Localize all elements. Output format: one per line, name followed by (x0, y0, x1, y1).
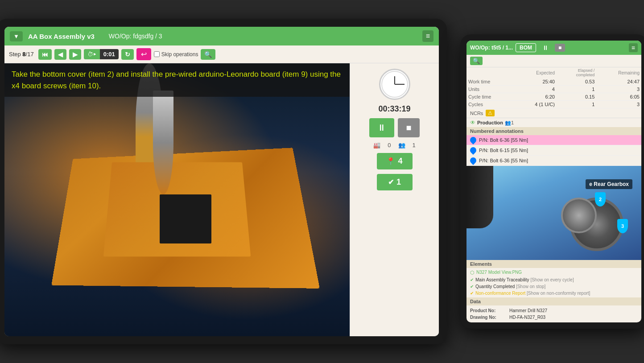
stat-label-cycles: Cycles (466, 101, 514, 108)
stat-elapsed-units: 1 (557, 86, 596, 93)
clock (379, 69, 410, 100)
annotation-label-1: P/N: Bolt 6-15 [55 Nm] (479, 148, 528, 153)
stop-button[interactable]: ■ (398, 118, 419, 137)
element-link-0[interactable]: N327 Model View.PNG (476, 270, 522, 275)
eye-icon: 👁 (470, 120, 475, 126)
prev-step-button[interactable]: ◀ (54, 49, 66, 60)
gear-marker-3: 3 (617, 219, 628, 233)
clock-minute-hand (395, 84, 405, 85)
bom-button[interactable]: BOM (516, 43, 536, 52)
annotation-count: 4 (398, 157, 402, 166)
header-menu-button[interactable]: ≡ (422, 30, 433, 42)
right-header: WO/Op: t5t5 / 1... BOM ⏸ ■ ≡ (466, 41, 641, 55)
stat-elapsed-cycletime: 0.15 (557, 93, 596, 101)
ncr-icon: ⚠ (486, 110, 495, 116)
stat-row-units: Units 4 1 3 (466, 86, 641, 93)
element-text-1: Main Assembly Traceability [Show on ever… (475, 277, 638, 282)
col-elapsed: Elapsed /completed (557, 67, 596, 78)
annotation-item-0[interactable]: P/N: Bolt 6-36 [55 Nm] (466, 135, 641, 145)
people-count: 1 (413, 142, 416, 148)
stat-remaining-cycletime: 6:05 (596, 93, 641, 101)
annotation-item-1[interactable]: P/N: Bolt 6-15 [55 Nm] (466, 145, 641, 156)
element-text-2: Quantity Completed [Show on stop] (475, 284, 638, 289)
stat-label-units: Units (466, 86, 514, 93)
gear-marker-2: 2 (595, 192, 606, 206)
data-header: Data (466, 297, 641, 305)
data-label-0: Product No: (470, 308, 506, 313)
data-row-1: Drawing No: HD-FA-N327_R03 (466, 314, 641, 321)
pcb-image (4, 63, 350, 336)
stat-elapsed-worktime: 0.53 (557, 78, 596, 86)
elements-list: ⬡ N327 Model View.PNG ✔ Main Assembly Tr… (466, 268, 641, 297)
dark-component (466, 166, 493, 228)
pin-icon: 📍 (386, 157, 395, 165)
production-count: 👥1 (505, 120, 514, 126)
data-row-0: Product No: Hammer Drill N327 (466, 307, 641, 314)
timer-button[interactable]: ⏱▶ (84, 49, 100, 59)
ncr-row: NCRs ⚠ (466, 108, 641, 118)
stat-elapsed-cycles: 1 (557, 101, 596, 108)
production-row: 👁 Production 👥1 (466, 118, 641, 127)
stat-remaining-worktime: 24:47 (596, 78, 641, 86)
col-label (466, 67, 514, 78)
skip-operations-label[interactable]: Skip operations (154, 51, 198, 58)
dropdown-button[interactable]: ▼ (10, 31, 23, 41)
elements-header: Elements (466, 260, 641, 268)
element-item-0: ⬡ N327 Model View.PNG (466, 269, 641, 276)
right-stop-button[interactable]: ■ (555, 44, 565, 52)
pin-icon-1 (469, 146, 478, 155)
element-text-3: Non-conformance Report [Show on non-conf… (475, 291, 638, 296)
data-value-0: Hammer Drill N327 (509, 308, 547, 313)
timer-container: ⏱▶ 0:01 (84, 49, 119, 59)
elapsed-time: 00:33:19 (378, 104, 410, 114)
element-link-3[interactable]: Non-conformance Report (475, 291, 525, 296)
check-badge[interactable]: ✔ 1 (377, 174, 413, 190)
pause-button[interactable]: ⏸ (369, 118, 394, 137)
skip-label: Skip operations (161, 51, 198, 58)
right-side-panel: 00:33:19 ⏸ ■ 🏭 0 👥 1 📍 (350, 63, 439, 336)
stats-table: Expected Elapsed /completed Remaining Wo… (466, 67, 641, 108)
app-title: AA Box Assembly v3 (28, 33, 95, 40)
annotation-label-0: P/N: Bolt 6-36 [55 Nm] (479, 137, 528, 143)
people-icon: 👥 (398, 142, 405, 148)
element-bracket-2: [Show on stop] (516, 284, 545, 289)
check-icon-3: ✔ (470, 291, 474, 296)
tablet-right: WO/Op: t5t5 / 1... BOM ⏸ ■ ≡ 🔍 Expected … (460, 34, 644, 329)
gearbox-label: e Rear Gearbox (586, 179, 632, 189)
gear-circle-small (561, 198, 597, 233)
zoom-button[interactable]: 🔍 (201, 49, 215, 60)
annotations-list: P/N: Bolt 6-36 [55 Nm] P/N: Bolt 6-15 [5… (466, 135, 641, 166)
stat-label-cycletime: Cycle time (466, 93, 514, 101)
step-bar: Step 8/17 ⏮ ◀ ▶ ⏱▶ 0:01 ↻ ↩ Skip operati… (4, 45, 439, 63)
annotation-badge[interactable]: 📍 4 (377, 153, 413, 169)
right-wo-op: WO/Op: t5t5 / 1... (470, 45, 513, 51)
stat-expected-cycles: 4 (1 U/C) (514, 101, 557, 108)
first-step-button[interactable]: ⏮ (38, 49, 52, 60)
check-icon: ✔ (388, 178, 394, 186)
element-main-1: Main Assembly Traceability (475, 277, 529, 282)
skip-checkbox[interactable] (154, 51, 160, 57)
gearbox-view: e Rear Gearbox 2 3 (466, 166, 641, 260)
refresh-button[interactable]: ↻ (121, 49, 134, 60)
ncr-label: NCRs (470, 111, 483, 116)
icon-row: 🏭 0 👥 1 (373, 142, 415, 148)
right-pause-button[interactable]: ⏸ (539, 43, 552, 52)
screen-left: ▼ AA Box Assembly v3 WO/Op: fdgsdfg / 3 … (4, 27, 439, 336)
check-count: 1 (396, 177, 401, 187)
clock-face-inner (381, 71, 408, 98)
screen-right: WO/Op: t5t5 / 1... BOM ⏸ ■ ≡ 🔍 Expected … (466, 41, 641, 322)
stat-expected-worktime: 25:40 (514, 78, 557, 86)
annotation-item-2[interactable]: P/N: Bolt 6-36 [55 Nm] (466, 156, 641, 166)
play-stop-row: ⏸ ■ (369, 118, 419, 137)
stat-expected-units: 4 (514, 86, 557, 93)
stat-expected-cycletime: 6:20 (514, 93, 557, 101)
element-item-2: ✔ Quantity Completed [Show on stop] (466, 283, 641, 290)
production-label: Production (477, 120, 503, 125)
timer-display: 0:01 (100, 49, 119, 59)
element-bracket-3: [Show on non-conformity report] (527, 291, 590, 296)
next-step-button[interactable]: ▶ (69, 49, 81, 60)
pin-icon-2 (469, 156, 478, 165)
right-zoom-button[interactable]: 🔍 (470, 57, 483, 65)
undo-button[interactable]: ↩ (136, 48, 151, 60)
right-menu-button[interactable]: ≡ (629, 43, 638, 52)
